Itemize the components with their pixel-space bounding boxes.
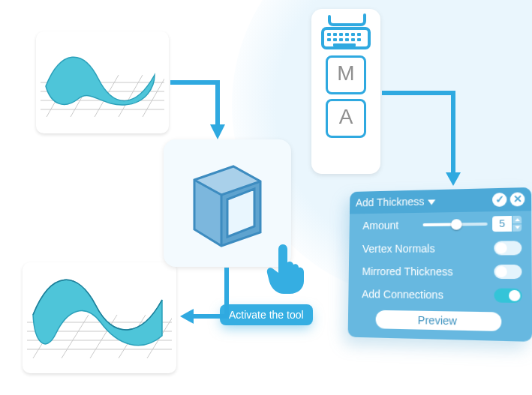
vertex-normals-toggle[interactable] — [494, 241, 521, 255]
svg-rect-26 — [339, 33, 343, 36]
svg-rect-25 — [333, 33, 337, 36]
panel-title: Add Thickness — [356, 196, 425, 209]
add-connections-toggle[interactable] — [494, 289, 521, 304]
svg-rect-35 — [357, 38, 361, 41]
svg-marker-37 — [210, 124, 225, 139]
wave-surface-output — [29, 270, 171, 360]
arrow-keyboard-to-panel — [381, 88, 471, 193]
arrow-input-to-tool — [170, 78, 237, 145]
keyboard-icon — [320, 13, 372, 51]
svg-rect-32 — [339, 38, 343, 41]
add-connections-label: Add Connections — [362, 288, 494, 301]
svg-marker-38 — [180, 309, 194, 324]
arrow-tool-to-output — [176, 267, 236, 334]
input-surface-tile — [36, 31, 169, 133]
preview-button[interactable]: Preview — [376, 310, 502, 331]
svg-rect-30 — [327, 38, 331, 41]
amount-label: Amount — [362, 219, 422, 232]
wave-surface-input — [42, 45, 162, 120]
svg-rect-27 — [345, 33, 349, 36]
shortcut-key-a: A — [326, 99, 366, 138]
output-surface-tile — [23, 262, 176, 373]
panel-close-button[interactable]: ✕ — [510, 192, 525, 206]
properties-panel: Add Thickness ✓ ✕ Amount 5 Vertex Normal… — [348, 187, 532, 342]
svg-rect-28 — [351, 33, 355, 36]
panel-confirm-button[interactable]: ✓ — [492, 193, 506, 207]
amount-value[interactable]: 5 — [492, 216, 512, 232]
mirrored-thickness-toggle[interactable] — [494, 265, 521, 279]
svg-rect-31 — [333, 38, 337, 41]
svg-rect-34 — [351, 38, 355, 41]
cube-icon — [182, 154, 272, 250]
svg-rect-29 — [357, 33, 361, 36]
amount-stepper[interactable] — [512, 216, 521, 232]
amount-slider[interactable] — [423, 223, 488, 226]
hand-pointer-icon — [263, 240, 308, 295]
svg-rect-33 — [345, 38, 349, 41]
keyboard-shortcut-card: M A — [311, 9, 380, 174]
collapse-icon — [428, 199, 435, 205]
mirrored-thickness-label: Mirrored Thickness — [362, 265, 494, 278]
svg-rect-24 — [327, 33, 331, 36]
svg-rect-36 — [333, 43, 356, 46]
vertex-normals-label: Vertex Normals — [362, 242, 494, 255]
shortcut-key-m: M — [326, 55, 366, 94]
svg-marker-39 — [446, 172, 461, 186]
